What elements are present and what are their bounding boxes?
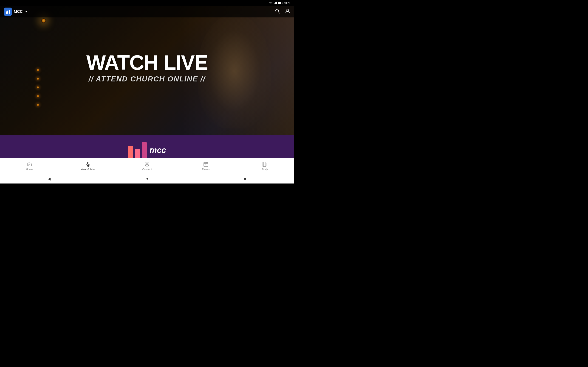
logo-bar-2 bbox=[7, 10, 8, 14]
home-icon bbox=[27, 161, 32, 167]
home-button[interactable]: ● bbox=[146, 177, 148, 181]
svg-rect-2 bbox=[275, 2, 276, 4]
svg-rect-5 bbox=[282, 2, 283, 4]
nav-item-study[interactable]: Study bbox=[235, 161, 294, 171]
app-name: MCC bbox=[14, 9, 23, 14]
hero-overlay bbox=[0, 0, 294, 135]
nav-item-watch-listen[interactable]: Watch/Listen bbox=[59, 161, 118, 171]
svg-rect-23 bbox=[205, 164, 205, 165]
nav-item-home[interactable]: Home bbox=[0, 161, 59, 171]
mcc-logo-graphic: mcc bbox=[128, 140, 166, 161]
events-calendar-icon bbox=[203, 161, 208, 167]
bottom-nav: Home Watch/Listen Connect bbox=[0, 158, 294, 174]
svg-rect-6 bbox=[279, 2, 281, 4]
account-icon[interactable] bbox=[285, 8, 290, 15]
connect-icon bbox=[144, 161, 150, 167]
svg-line-8 bbox=[278, 12, 280, 14]
top-bar-actions bbox=[275, 8, 290, 15]
mcc-logo-bar-2 bbox=[135, 149, 140, 159]
svg-rect-24 bbox=[206, 164, 206, 165]
status-icons: 10:26 bbox=[269, 2, 290, 4]
battery-icon bbox=[278, 2, 283, 4]
svg-rect-10 bbox=[87, 162, 89, 165]
svg-rect-25 bbox=[263, 162, 266, 167]
logo-bar-3 bbox=[9, 10, 10, 14]
app-logo[interactable]: MCC ▾ bbox=[4, 8, 27, 16]
mcc-text-logo: mcc bbox=[149, 145, 166, 155]
logo-icon bbox=[4, 8, 12, 16]
hero-background bbox=[0, 0, 294, 135]
study-book-icon bbox=[262, 161, 267, 167]
svg-rect-0 bbox=[274, 3, 275, 4]
microphone-icon bbox=[86, 161, 91, 167]
hero-section[interactable]: WATCH LIVE // ATTEND CHURCH ONLINE // bbox=[0, 0, 294, 135]
signal-icon bbox=[274, 2, 277, 4]
svg-point-14 bbox=[146, 164, 148, 165]
top-bar: MCC ▾ bbox=[0, 6, 294, 17]
svg-rect-3 bbox=[276, 2, 277, 4]
status-bar: 10:26 bbox=[0, 0, 294, 6]
nav-label-watch-listen: Watch/Listen bbox=[81, 168, 95, 171]
status-time: 10:26 bbox=[284, 2, 290, 4]
logo-bars bbox=[6, 10, 10, 14]
dropdown-arrow-icon[interactable]: ▾ bbox=[26, 10, 27, 13]
svg-point-9 bbox=[287, 9, 288, 11]
svg-rect-1 bbox=[275, 3, 275, 5]
nav-item-connect[interactable]: Connect bbox=[118, 161, 176, 171]
back-button[interactable]: ◀ bbox=[48, 177, 51, 181]
nav-label-events: Events bbox=[202, 168, 210, 171]
search-icon[interactable] bbox=[275, 8, 280, 15]
logo-bar-1 bbox=[6, 11, 7, 14]
nav-label-connect: Connect bbox=[142, 168, 152, 171]
wifi-icon bbox=[269, 2, 272, 4]
nav-label-home: Home bbox=[26, 168, 33, 171]
nav-item-events[interactable]: Events bbox=[176, 161, 235, 171]
system-nav: ◀ ● ■ bbox=[0, 174, 294, 184]
recents-button[interactable]: ■ bbox=[244, 177, 246, 181]
nav-label-study: Study bbox=[261, 168, 268, 171]
